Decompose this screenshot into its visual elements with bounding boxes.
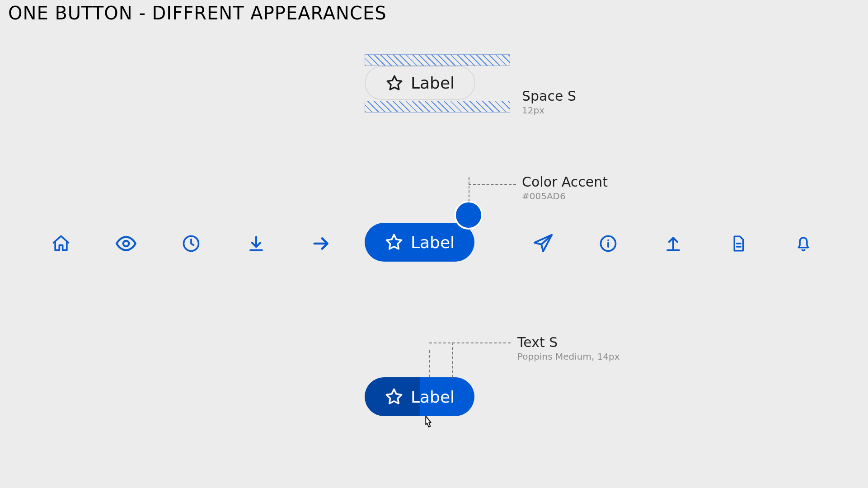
button-primary[interactable]: Label bbox=[365, 223, 474, 262]
connector-text-h bbox=[429, 343, 511, 343]
annotation-space-title: Space S bbox=[522, 88, 576, 104]
annotation-text-title: Text S bbox=[517, 334, 620, 350]
icon-row-left bbox=[43, 225, 339, 262]
document-icon[interactable] bbox=[720, 225, 756, 262]
button-label: Label bbox=[411, 388, 455, 406]
button-label: Label bbox=[411, 233, 455, 252]
info-icon[interactable] bbox=[590, 225, 626, 262]
page-title: ONE BUTTON - DIFFRENT APPEARANCES bbox=[8, 3, 387, 23]
arrow-right-icon[interactable] bbox=[303, 225, 339, 262]
button-label: Label bbox=[411, 74, 455, 92]
connector-color-v bbox=[469, 177, 469, 202]
spacing-hatch-bottom bbox=[365, 101, 510, 113]
svg-point-3 bbox=[607, 239, 609, 241]
annotation-space-sub: 12px bbox=[522, 105, 576, 116]
svg-point-0 bbox=[123, 241, 129, 247]
home-icon[interactable] bbox=[43, 225, 79, 262]
upload-icon[interactable] bbox=[655, 225, 691, 262]
color-swatch-dot bbox=[454, 201, 483, 230]
annotation-color-sub: #005AD6 bbox=[522, 191, 608, 202]
button-hover[interactable]: Label bbox=[365, 377, 474, 416]
icon-row-right bbox=[525, 225, 821, 262]
connector-text-v2 bbox=[452, 343, 453, 378]
connector-text-v bbox=[429, 350, 430, 377]
annotation-color-title: Color Accent bbox=[522, 174, 608, 190]
bell-icon[interactable] bbox=[785, 225, 821, 262]
spacing-hatch-top bbox=[365, 54, 510, 66]
star-icon bbox=[385, 233, 404, 252]
paper-plane-icon[interactable] bbox=[525, 225, 561, 262]
button-outline-spec[interactable]: Label bbox=[365, 66, 475, 100]
annotation-text-sub: Poppins Medium, 14px bbox=[517, 351, 620, 362]
annotation-space: Space S 12px bbox=[522, 88, 576, 116]
star-icon bbox=[385, 74, 404, 92]
download-icon[interactable] bbox=[238, 225, 274, 262]
pointer-cursor-icon bbox=[420, 415, 436, 433]
connector-color-h bbox=[469, 184, 516, 185]
star-icon bbox=[385, 387, 404, 406]
annotation-text: Text S Poppins Medium, 14px bbox=[517, 334, 620, 362]
annotation-color: Color Accent #005AD6 bbox=[522, 174, 608, 202]
eye-icon[interactable] bbox=[108, 225, 144, 262]
clock-icon[interactable] bbox=[173, 225, 209, 262]
